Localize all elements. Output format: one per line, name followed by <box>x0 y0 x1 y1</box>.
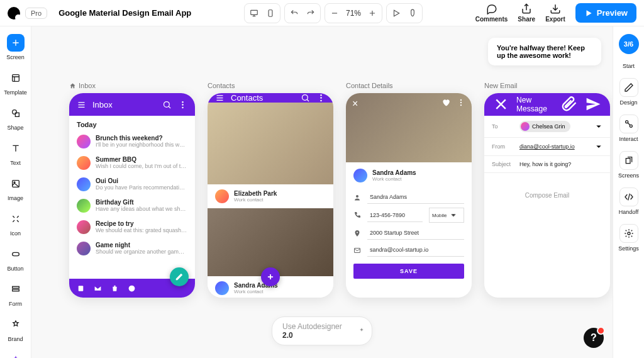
chevron-down-icon[interactable] <box>595 123 602 130</box>
recipient-chip[interactable]: Chelsea Grin <box>519 121 570 132</box>
more-icon[interactable] <box>457 98 465 107</box>
right-toolbar: 3/6 Start Design Interact Screens Handof… <box>613 26 644 358</box>
close-icon[interactable]: × <box>352 98 358 109</box>
emoji-icon[interactable] <box>128 284 136 293</box>
menu-icon[interactable] <box>215 93 225 103</box>
section-today: Today <box>69 116 195 131</box>
redo-icon[interactable] <box>303 6 318 21</box>
from-value[interactable]: diana@cool-startup.io <box>519 143 575 150</box>
name-field[interactable]: Sandra Adams <box>367 191 464 204</box>
svg-rect-1 <box>269 9 272 16</box>
list-item[interactable]: Game nightShould we organize another gam… <box>69 238 195 259</box>
subject-label: Subject <box>492 161 513 167</box>
contact-photo <box>208 103 333 184</box>
add-contact-fab[interactable] <box>261 267 280 286</box>
list-item[interactable]: Summer BBQWish I could come, but I'm out… <box>69 152 195 174</box>
contact-hero-photo: × <box>346 93 472 162</box>
preview-button[interactable]: Preview <box>575 3 636 23</box>
mail-icon[interactable] <box>94 284 102 293</box>
contact-icon[interactable] <box>77 284 85 293</box>
heart-icon[interactable] <box>441 98 450 107</box>
svg-marker-2 <box>394 10 399 16</box>
zoom-in-icon[interactable] <box>365 6 380 21</box>
email-field[interactable]: sandra@cool-startup.io <box>367 243 464 257</box>
subject-field[interactable]: Hey, how is it going? <box>519 161 571 167</box>
from-label: From <box>492 143 513 150</box>
screen-label-details[interactable]: Contact Details <box>346 82 472 89</box>
svg-point-15 <box>628 232 630 235</box>
text-tool[interactable]: Text <box>0 140 31 166</box>
screen-tool[interactable]: Screen <box>0 34 31 60</box>
handoff-panel[interactable]: Handoff <box>613 187 644 215</box>
screen-label-contacts[interactable]: Contacts <box>208 82 333 89</box>
brand-tool[interactable]: Brand <box>0 316 31 342</box>
contact-details-screen[interactable]: × Sandra AdamsWork contact Sandra Adams … <box>346 93 472 298</box>
compose-body[interactable]: Compose Email <box>484 173 610 218</box>
start-panel[interactable]: Start <box>613 63 644 69</box>
shape-tool[interactable]: Shape <box>0 104 31 131</box>
contacts-screen[interactable]: Contacts Elizabeth ParkWork contact Sand… <box>208 93 333 298</box>
desktop-view-icon[interactable] <box>247 6 262 21</box>
send-icon[interactable] <box>584 95 602 113</box>
mobile-view-icon[interactable] <box>263 6 278 21</box>
autodesigner-input[interactable]: Use Autodesigner 2.0 <box>272 316 372 345</box>
location-icon <box>353 230 361 237</box>
icon-tool[interactable]: Icon <box>0 210 31 237</box>
search-icon[interactable] <box>162 100 172 109</box>
hand-icon[interactable] <box>405 6 420 21</box>
svg-point-28 <box>460 102 462 103</box>
new-email-screen[interactable]: New Message ToChelsea Grin Fromdiana@coo… <box>484 93 610 298</box>
design-panel[interactable]: Design <box>613 78 644 106</box>
interact-panel[interactable]: Interact <box>613 115 644 142</box>
close-icon[interactable] <box>492 95 510 113</box>
canvas[interactable]: You're halfway there! Keep up the awesom… <box>31 26 613 358</box>
svg-point-22 <box>303 95 308 101</box>
list-item[interactable]: Birthday GiftHave any ideas about what w… <box>69 195 195 216</box>
project-title[interactable]: Google Material Design Email App <box>58 8 191 18</box>
chevron-down-icon[interactable] <box>595 143 602 150</box>
delete-icon[interactable] <box>111 284 119 293</box>
play-icon[interactable] <box>389 6 404 21</box>
screen-label-newemail[interactable]: New Email <box>484 82 610 89</box>
image-tool[interactable]: Image <box>0 175 31 201</box>
logo[interactable] <box>8 7 20 20</box>
share-button[interactable]: Share <box>518 3 535 23</box>
save-button[interactable]: SAVE <box>353 264 464 279</box>
comments-button[interactable]: Comments <box>475 3 508 23</box>
template-tool[interactable]: Template <box>0 69 31 96</box>
compose-fab[interactable] <box>170 267 189 286</box>
phone-type-select[interactable]: Mobile <box>429 208 464 223</box>
screen-label-inbox[interactable]: Inbox <box>69 82 195 89</box>
address-field[interactable]: 2000 Startup Street <box>367 227 464 240</box>
button-tool[interactable]: Button <box>0 245 31 272</box>
inbox-screen[interactable]: Inbox Today Brunch this weekend?I'll be … <box>69 93 195 298</box>
progress-step[interactable]: 3/6 <box>619 34 639 54</box>
app-header-title: Contacts <box>231 93 263 103</box>
screens-panel[interactable]: Screens <box>613 151 644 179</box>
menu-icon[interactable] <box>77 100 86 109</box>
svg-rect-14 <box>626 159 630 164</box>
pro-badge: Pro <box>25 8 47 19</box>
tip-banner: You're halfway there! Keep up the awesom… <box>488 38 601 65</box>
search-icon[interactable] <box>301 93 310 103</box>
left-toolbar: Screen Template Shape Text Image Icon Bu… <box>0 26 31 358</box>
help-button[interactable]: ? <box>584 328 604 348</box>
svg-rect-10 <box>12 286 19 288</box>
magic-tool[interactable]: Magic <box>0 351 31 358</box>
contact-card[interactable]: Elizabeth ParkWork contact <box>208 103 333 208</box>
more-icon[interactable] <box>178 100 187 109</box>
attach-icon[interactable] <box>560 95 578 113</box>
undo-icon[interactable] <box>287 6 302 21</box>
phone-field[interactable]: 123-456-7890 <box>367 209 423 222</box>
export-button[interactable]: Export <box>545 3 565 23</box>
form-tool[interactable]: Form <box>0 281 31 307</box>
settings-panel[interactable]: Settings <box>613 224 644 252</box>
more-icon[interactable] <box>316 93 326 103</box>
list-item[interactable]: Recipe to tryWe should eat this: grated … <box>69 216 195 238</box>
list-item[interactable]: Brunch this weekend?I'll be in your neig… <box>69 131 195 152</box>
svg-marker-3 <box>586 10 591 16</box>
list-item[interactable]: Oui OuiDo you have Paris recommendations… <box>69 174 195 195</box>
email-icon <box>353 247 361 254</box>
svg-rect-20 <box>79 286 84 291</box>
zoom-out-icon[interactable] <box>327 6 342 21</box>
